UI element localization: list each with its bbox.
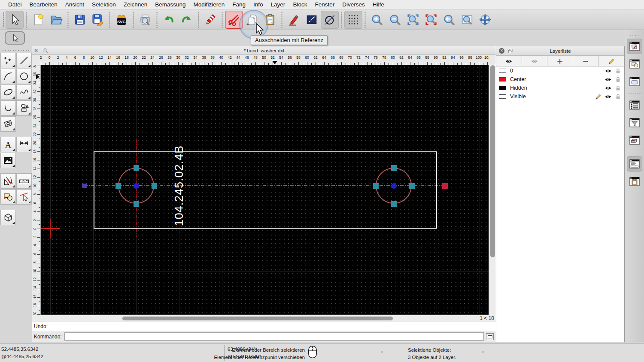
menu-bemassung[interactable]: Bemassung <box>151 1 189 8</box>
zoom-out-icon[interactable] <box>386 11 404 29</box>
block-list-dock-icon[interactable] <box>627 56 642 72</box>
selection-handle[interactable] <box>115 183 121 189</box>
menu-zeichnen[interactable]: Zeichnen <box>120 1 152 8</box>
clipboard-dock-icon[interactable] <box>627 174 642 189</box>
selection-handle[interactable] <box>134 201 139 207</box>
close-document-icon[interactable]: ✕ <box>34 48 39 53</box>
shapes-tool[interactable] <box>16 100 32 116</box>
text-tool[interactable]: A <box>0 137 16 152</box>
command-line-dock-icon[interactable] <box>627 156 642 172</box>
layer-visibility-eye-icon[interactable] <box>605 84 612 92</box>
selection-handle[interactable] <box>409 183 415 189</box>
close-panel-icon[interactable]: ✕ <box>499 48 504 54</box>
dimension-dock-icon[interactable] <box>627 133 642 148</box>
ellipse-tool[interactable] <box>0 84 16 100</box>
save-as-icon[interactable] <box>89 11 107 29</box>
selection-handle[interactable] <box>152 183 157 189</box>
endpoint-handle-left[interactable] <box>82 184 87 188</box>
undo-icon[interactable] <box>160 11 178 29</box>
deselect-tool[interactable] <box>16 189 32 205</box>
dimension-tool[interactable] <box>16 137 32 152</box>
layer-row-0[interactable]: 0 <box>496 66 624 75</box>
redo-icon[interactable] <box>178 11 196 29</box>
edit-layer-pencil-icon[interactable] <box>595 93 602 100</box>
remove-layer-icon[interactable] <box>573 56 599 66</box>
vertical-scrollbar[interactable] <box>489 65 496 315</box>
layer-row-visible[interactable]: Visible <box>496 92 624 101</box>
center-point-handle[interactable] <box>391 183 397 189</box>
zoom-window-icon[interactable] <box>458 11 476 29</box>
drawing-preferences-icon[interactable] <box>303 11 321 29</box>
selection-tool-button[interactable] <box>5 31 25 45</box>
image-tool[interactable] <box>0 153 16 168</box>
save-icon[interactable] <box>71 11 89 29</box>
zoom-previous-icon[interactable] <box>440 11 458 29</box>
menu-diverses[interactable]: Diverses <box>338 1 369 8</box>
zoom-select-icon[interactable] <box>422 11 440 29</box>
measure-tool[interactable] <box>16 173 32 189</box>
line-tool[interactable] <box>16 53 32 68</box>
selection-handle[interactable] <box>373 183 379 189</box>
new-file-icon[interactable] <box>29 11 47 29</box>
selection-handle[interactable] <box>391 201 397 207</box>
toolbar-drag-handle[interactable] <box>2 50 29 51</box>
hide-all-layers-icon[interactable] <box>522 56 548 66</box>
horizontal-scrollbar[interactable]: 1 < 10 <box>32 315 496 322</box>
grid-toggle-icon[interactable] <box>344 11 362 29</box>
print-preview-icon[interactable] <box>136 11 154 29</box>
library-browser-dock-icon[interactable] <box>627 74 642 89</box>
menu-ansicht[interactable]: Ansicht <box>61 1 88 8</box>
document-window-icon[interactable] <box>42 47 49 54</box>
drawing-canvas[interactable]: 104.245.02.4B <box>41 65 489 315</box>
solids-tool[interactable] <box>0 210 16 225</box>
spline-tool[interactable] <box>16 84 32 100</box>
undock-panel-icon[interactable] <box>507 48 513 54</box>
menu-selektion[interactable]: Selektion <box>88 1 120 8</box>
layer-visibility-eye-icon[interactable] <box>605 76 612 83</box>
block-tool[interactable] <box>0 189 16 205</box>
menu-bearbeiten[interactable]: Bearbeiten <box>26 1 61 8</box>
points-tool[interactable] <box>0 53 16 68</box>
menu-modifizieren[interactable]: Modifizieren <box>190 1 229 8</box>
layer-color-swatch[interactable] <box>499 69 506 73</box>
menu-fang[interactable]: Fang <box>228 1 249 8</box>
zoom-in-icon[interactable] <box>368 11 386 29</box>
selection-handle[interactable] <box>134 165 139 171</box>
svg-export-icon[interactable]: SVG <box>112 11 131 29</box>
layer-lock-icon[interactable] <box>614 93 622 100</box>
menu-hilfe[interactable]: Hilfe <box>369 1 388 8</box>
layer-list-dock-icon[interactable] <box>627 39 642 54</box>
vertical-scrollbar-thumb[interactable] <box>490 65 495 257</box>
arc-tool[interactable] <box>0 69 16 84</box>
command-input[interactable] <box>64 332 484 341</box>
select-arrow-icon[interactable] <box>6 11 24 29</box>
layer-row-hidden[interactable]: Hidden <box>496 84 624 92</box>
menu-info[interactable]: Info <box>249 1 267 8</box>
polyline-tool[interactable] <box>0 100 16 116</box>
pen-icon[interactable] <box>285 11 303 29</box>
paste-icon[interactable] <box>261 11 279 29</box>
horizontal-scrollbar-thumb[interactable] <box>122 317 393 320</box>
entity-list-dock-icon[interactable] <box>627 97 642 113</box>
layer-color-swatch[interactable] <box>499 94 506 99</box>
modify-tool[interactable] <box>0 173 16 189</box>
command-dock-button[interactable] <box>486 333 494 340</box>
layer-lock-icon[interactable] <box>614 76 622 83</box>
menu-block[interactable]: Block <box>289 1 311 8</box>
layer-color-swatch[interactable] <box>499 77 506 81</box>
hatch-tool[interactable] <box>0 116 16 132</box>
circle-tool[interactable] <box>16 69 32 84</box>
layer-lock-icon[interactable] <box>614 84 622 92</box>
layer-lock-icon[interactable] <box>614 67 622 75</box>
selection-handle[interactable] <box>391 165 397 171</box>
filter-dock-icon[interactable] <box>627 115 642 130</box>
zoom-pan-icon[interactable] <box>476 11 494 29</box>
cut-reference-icon[interactable]: + <box>225 11 243 29</box>
add-layer-icon[interactable] <box>547 56 573 66</box>
zoom-auto-icon[interactable] <box>404 11 422 29</box>
part-number-label[interactable]: 104.245.02.4B <box>173 145 186 226</box>
entity-attributes-icon[interactable] <box>321 11 339 29</box>
center-point-handle[interactable] <box>134 183 139 189</box>
open-file-icon[interactable] <box>47 11 65 29</box>
layer-color-swatch[interactable] <box>499 86 506 90</box>
